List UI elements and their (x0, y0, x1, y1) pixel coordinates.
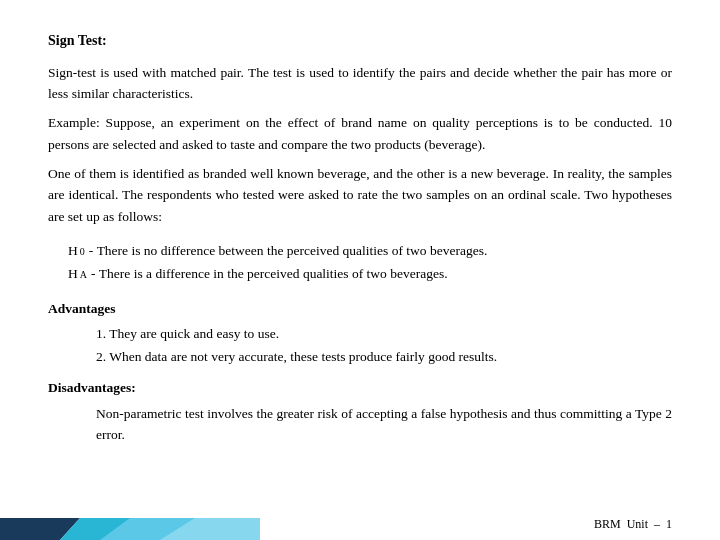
bottom-decoration (0, 508, 260, 540)
advantages-block: Advantages 1. They are quick and easy to… (48, 299, 672, 368)
advantage-item-1: 1. They are quick and easy to use. (96, 324, 672, 345)
advantages-title: Advantages (48, 299, 672, 320)
hypothesis-ha: HA- There is a difference in the perceiv… (68, 264, 672, 285)
section-title: Sign Test: (48, 30, 672, 52)
footer-page-number: 1 (666, 517, 672, 532)
intro-paragraph-2: Example: Suppose, an experiment on the e… (48, 112, 672, 155)
ha-separator: - (91, 264, 99, 285)
h0-text: There is no difference between the perce… (97, 241, 488, 262)
footer-unit-label: Unit (627, 517, 648, 532)
hypothesis-h0: H0- There is no difference between the p… (68, 241, 672, 262)
h0-subscript: 0 (80, 244, 85, 260)
advantages-list: 1. They are quick and easy to use. 2. Wh… (96, 324, 672, 368)
ha-subscript: A (80, 267, 87, 283)
disadvantages-block: Disadvantages: Non-parametric test invol… (48, 378, 672, 446)
intro-paragraph-3: One of them is identified as branded wel… (48, 163, 672, 227)
hypothesis-block: H0- There is no difference between the p… (68, 241, 672, 285)
h0-label: H (68, 241, 78, 262)
footer-separator: – (654, 517, 660, 532)
h0-separator: - (89, 241, 97, 262)
disadvantages-text: Non-parametric test involves the greater… (96, 403, 672, 446)
advantage-item-2: 2. When data are not very accurate, thes… (96, 347, 672, 368)
intro-paragraph-1: Sign-test is used with matched pair. The… (48, 62, 672, 105)
footer: BRM Unit – 1 (594, 517, 672, 532)
ha-label: H (68, 264, 78, 285)
disadvantages-title: Disadvantages: (48, 378, 672, 399)
ha-text: There is a difference in the perceived q… (99, 264, 448, 285)
footer-brm: BRM (594, 517, 621, 532)
